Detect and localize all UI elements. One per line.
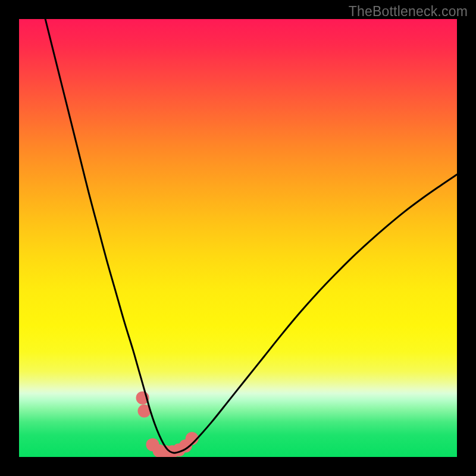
curve-layer	[19, 19, 457, 457]
bottleneck-curve-path	[45, 19, 457, 453]
plot-area	[19, 19, 457, 457]
chart-frame: TheBottleneck.com	[0, 0, 476, 476]
watermark-text: TheBottleneck.com	[349, 4, 468, 20]
